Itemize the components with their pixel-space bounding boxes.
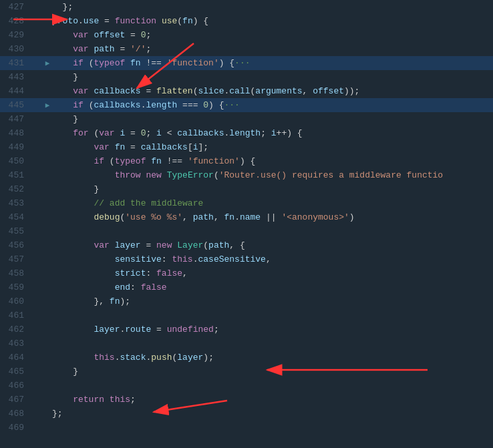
token-plain: } [73,114,78,124]
token-plain: < [162,128,177,138]
code-line: 448 for (var i = 0; i < callbacks.length… [0,126,493,140]
token-varname: fn [110,296,120,306]
token-cmt: ··· [234,58,250,68]
token-prop: route [125,324,151,334]
token-plain: = [99,16,114,26]
token-prop: caseSensitive [198,254,265,264]
token-kw: function [115,16,156,26]
token-plain [52,324,94,334]
token-cmt: // add the middleware [94,198,203,208]
token-classname: Layer [177,240,203,250]
code-tokens: var layer = new Layer(path, { [52,238,488,252]
token-plain [52,114,73,124]
token-plain: = [125,142,140,152]
line-number: 443 [0,72,32,82]
code-editor: 427 };428 proto.use = function use(fn) {… [0,0,493,448]
code-tokens: var offset = 0; [52,28,488,42]
token-prop: call [229,86,250,96]
token-plain [110,240,115,250]
token-kw: var [73,86,88,96]
token-plain: ) [349,212,355,222]
line-number: 460 [0,296,32,306]
token-plain: , [266,254,271,264]
token-prop: end [115,282,130,292]
token-plain: } [94,184,99,194]
token-plain: ; [261,128,271,138]
token-kw: var [99,128,114,138]
code-line: 467 return this; [0,393,493,407]
token-plain: , [303,86,313,96]
token-prop: stack [120,353,146,363]
code-tokens: return this; [52,393,488,407]
token-plain: }, [94,296,109,306]
token-plain: . [234,212,240,222]
token-plain: ) { [240,156,255,166]
line-number: 449 [0,142,32,152]
token-str: '/' [130,44,146,54]
token-plain [110,142,115,152]
line-expand-toggle[interactable]: ▶ [43,59,52,67]
line-number: 456 [0,240,32,250]
token-plain: ( [203,240,208,250]
token-classname: TypeError [167,170,214,180]
line-number: 458 [0,268,32,278]
token-funcdef: push [151,353,172,363]
token-varname: i [156,128,162,138]
token-plain: ; [146,128,156,138]
token-plain: . [78,16,84,26]
token-funcdef: flatten [156,86,193,96]
line-number: 452 [0,184,32,194]
code-line: 444 var callbacks = flatten(slice.call(a… [0,84,493,98]
code-line: 443 } [0,70,493,84]
code-line: 453 // add the middleware [0,196,493,210]
token-str: 'use %o %s' [125,212,182,222]
token-kw: undefined [167,324,214,334]
token-prop: sensitive [115,254,162,264]
token-varname: callbacks [141,142,188,152]
token-plain [52,44,73,54]
token-kw: var [73,44,88,54]
line-number: 448 [0,128,32,138]
line-number: 462 [0,324,32,334]
code-tokens: if (typeof fn !== 'function') {··· [52,56,488,70]
code-tokens: for (var i = 0; i < callbacks.length; i+… [52,126,488,140]
token-plain [52,353,94,363]
token-kw: typeof [94,58,125,68]
token-plain: )); [344,86,359,96]
token-plain: ) { [219,58,234,68]
line-number: 454 [0,212,32,222]
line-number: 444 [0,86,32,96]
token-plain: ++) { [277,128,303,138]
token-plain [52,240,94,250]
line-number: 447 [0,114,32,124]
code-line: 466 [0,379,493,393]
token-plain: , { [229,240,244,250]
token-plain [52,395,73,405]
token-varname: path [193,212,214,222]
line-number: 451 [0,170,32,180]
token-str: 'function' [167,58,219,68]
token-plain: ); [203,353,214,363]
code-tokens: end: false [52,280,488,294]
token-varname: callbacks [94,100,140,110]
line-number: 466 [0,381,32,391]
token-plain: !== [141,58,167,68]
token-plain [52,128,73,138]
token-prop: use [84,16,99,26]
code-tokens: throw new TypeError('Router.use() requir… [52,168,488,182]
token-kw: var [94,240,109,250]
token-plain: = [141,86,156,96]
token-varname: layer [177,353,203,363]
code-line: 431▶ if (typeof fn !== 'function') {··· [0,56,493,70]
token-plain [52,58,73,68]
token-plain: ]; [198,142,209,152]
line-expand-toggle[interactable]: ▶ [43,101,52,109]
token-plain [52,142,94,152]
token-varname: path [208,240,229,250]
token-kw: if [94,156,104,166]
token-plain: ; [146,44,151,54]
token-kw: this [94,353,114,363]
token-plain: ( [177,16,182,26]
token-plain: ( [84,100,94,110]
token-varname: layer [94,324,120,334]
